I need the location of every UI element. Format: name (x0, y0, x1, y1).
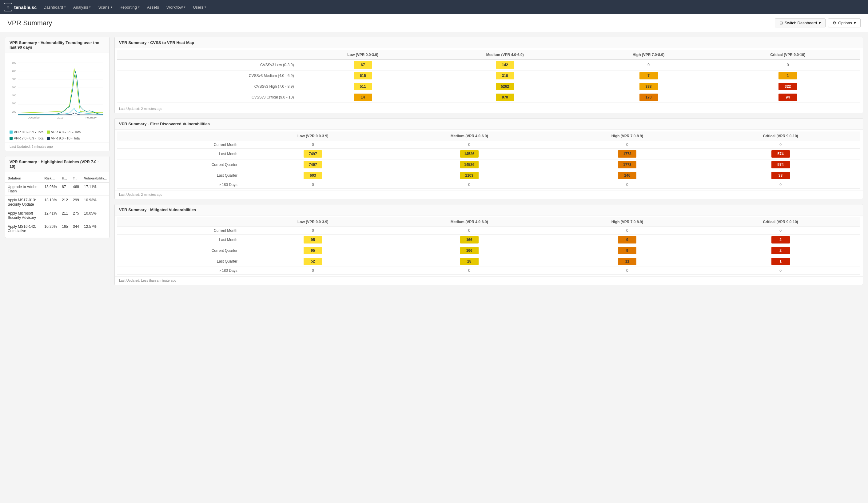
patch-vuln: 10.05% (82, 209, 109, 222)
heat-cell: 14526 (385, 149, 554, 160)
svg-text:February: February (85, 116, 97, 119)
heat-cell: 146 (554, 170, 701, 181)
heat-cell: 9 (554, 245, 701, 256)
mitigated-table-container: Low (VPR 0.0-3.9) Medium (VPR 4.0-6.9) H… (115, 215, 863, 276)
heat-cell-zero: 0 (241, 267, 385, 274)
table-row: Apply Microsoft Security Advisory 12.41%… (5, 209, 109, 222)
heat-cell-zero: 0 (385, 267, 554, 274)
chevron-down-icon: ▾ (819, 21, 821, 25)
table-row: CVSSv3 Medium (4.0 - 6.9)61531071 (117, 70, 860, 81)
page-header: VPR Summary ⊞ Switch Dashboard ▾ ⚙ Optio… (0, 14, 868, 32)
switch-dashboard-button[interactable]: ⊞ Switch Dashboard ▾ (775, 19, 826, 27)
heat-cell: 2 (701, 234, 860, 245)
heat-cell: 1773 (554, 160, 701, 170)
row-label: CVSSv3 Low (0-3.9) (117, 60, 298, 70)
heat-cell: 95 (241, 234, 385, 245)
nav-assets[interactable]: Assets (144, 4, 162, 11)
left-column: VPR Summary - Vulnerability Trending ove… (5, 37, 110, 285)
table-row: > 180 Days0000 (117, 181, 860, 189)
first-discovered-table-container: Low (VPR 0.0-3.9) Medium (VPR 4.0-6.9) H… (115, 130, 863, 191)
heat-cell: 2 (701, 245, 860, 256)
heat-cell-zero: 0 (701, 267, 860, 274)
col-h: H... (59, 174, 70, 182)
cvss-col-high: High (VPR 7.0-8.9) (582, 50, 715, 60)
heat-cell-zero: 0 (701, 181, 860, 189)
legend-item-med: VPR 4.0 - 6.9 - Total (47, 130, 82, 134)
cvss-col-med: Medium (VPR 4.0-6.9) (428, 50, 582, 60)
cvss-col-critical: Critical (VPR 9.0-10) (715, 50, 860, 60)
row-label: Last Quarter (117, 170, 241, 181)
heat-cell: 5262 (428, 81, 582, 92)
patch-solution: Apply MS16-142: Cumulative (5, 222, 42, 235)
col-solution: Solution (5, 174, 42, 182)
heat-cell: 95 (241, 245, 385, 256)
legend-dot-high (10, 137, 13, 140)
table-row: Upgrade to Adobe Flash 13.96% 67 468 17.… (5, 182, 109, 196)
legend-item-low: VPR 0.0 - 3.9 - Total (10, 130, 44, 134)
mv-col-critical: Critical (VPR 9.0-10) (701, 217, 860, 227)
patch-t: 344 (70, 222, 82, 235)
heat-cell-zero: 0 (385, 227, 554, 234)
first-discovered-title: VPR Summary - First Discovered Vulnerabi… (115, 119, 863, 130)
heat-cell: 170 (582, 92, 715, 103)
heat-cell-zero: 0 (241, 227, 385, 234)
patch-solution: Apply Microsoft Security Advisory (5, 209, 42, 222)
patch-h: 67 (59, 182, 70, 196)
col-risk: Risk ... (42, 174, 59, 182)
row-label: CVSSv3 High (7.0 - 8.9) (117, 81, 298, 92)
mv-row-header (117, 217, 241, 227)
patch-t: 299 (70, 196, 82, 209)
grid-icon: ⊞ (779, 21, 783, 25)
row-label: CVSSv3 Critical (9.0 - 10) (117, 92, 298, 103)
heat-cell: 28 (385, 256, 554, 267)
heat-cell-zero: 0 (554, 181, 701, 189)
table-row: Current Quarter7497145261773574 (117, 160, 860, 170)
fd-col-high: High (VPR 7.0-8.9) (554, 131, 701, 141)
row-label: Current Quarter (117, 245, 241, 256)
table-row: Apply MS16-142: Cumulative 10.26% 165 34… (5, 222, 109, 235)
nav-reporting[interactable]: Reporting ▾ (116, 4, 143, 11)
heat-cell: 603 (241, 170, 385, 181)
legend-label-critical: VPR 9.0 - 10 - Total (51, 137, 81, 140)
patch-solution: Apply MS17-013: Security Update (5, 196, 42, 209)
heat-cell: 322 (715, 81, 860, 92)
heat-cell: 9 (554, 234, 701, 245)
mitigated-vuln-title: VPR Summary - Mitigated Vulnerabilities (115, 204, 863, 215)
fd-row-header (117, 131, 241, 141)
cvss-row-header (117, 50, 298, 60)
svg-text:500: 500 (12, 86, 16, 89)
legend-label-med: VPR 4.0 - 6.9 - Total (51, 130, 82, 134)
table-row: Last Quarter603110314633 (117, 170, 860, 181)
main-content: VPR Summary - Vulnerability Trending ove… (0, 32, 868, 290)
col-vuln: Vulnerability... (82, 174, 109, 182)
heat-cell-zero: 0 (241, 181, 385, 189)
highlighted-patches-title: VPR Summary - Highlighted Patches (VPR 7… (5, 157, 109, 172)
heat-cell: 1 (715, 70, 860, 81)
svg-text:600: 600 (12, 78, 16, 81)
row-label: Last Quarter (117, 256, 241, 267)
patch-t: 275 (70, 209, 82, 222)
table-row: Apply MS17-013: Security Update 13.13% 2… (5, 196, 109, 209)
heat-cell-zero: 0 (241, 141, 385, 149)
heat-cell-zero: 0 (701, 227, 860, 234)
heat-cell: 310 (428, 70, 582, 81)
heat-cell: 574 (701, 160, 860, 170)
nav-dashboard[interactable]: Dashboard ▾ (40, 4, 69, 11)
mv-col-low: Low (VPR 0.0-3.9) (241, 217, 385, 227)
heat-cell-zero: 0 (385, 141, 554, 149)
chevron-down-icon: ▾ (854, 21, 856, 25)
col-t: T... (70, 174, 82, 182)
nav-scans[interactable]: Scans ▾ (95, 4, 115, 11)
fd-col-critical: Critical (VPR 9.0-10) (701, 131, 860, 141)
chevron-down-icon: ▾ (89, 6, 91, 9)
nav-analysis[interactable]: Analysis ▾ (70, 4, 94, 11)
options-button[interactable]: ⚙ Options ▾ (828, 19, 861, 27)
legend-dot-med (47, 131, 50, 134)
table-row: CVSSv3 Critical (9.0 - 10)1497017094 (117, 92, 860, 103)
patch-vuln: 10.93% (82, 196, 109, 209)
legend-item-critical: VPR 9.0 - 10 - Total (47, 137, 81, 140)
gear-icon: ⚙ (833, 21, 836, 25)
nav-workflow[interactable]: Workflow ▾ (163, 4, 188, 11)
patch-risk: 12.41% (42, 209, 59, 222)
nav-users[interactable]: Users ▾ (190, 4, 209, 11)
